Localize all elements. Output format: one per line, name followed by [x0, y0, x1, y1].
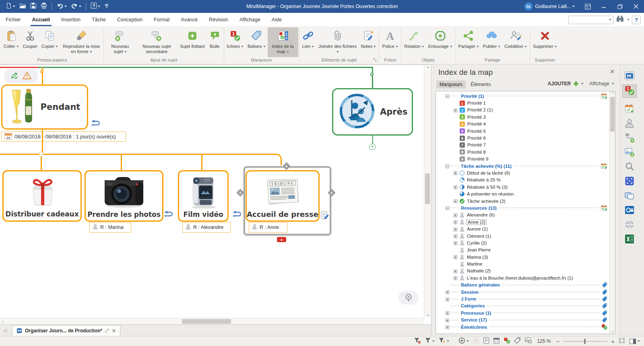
power-filter-calendar-icon[interactable]: [601, 205, 607, 211]
marker-item-label[interactable]: Priorité 8: [467, 150, 486, 154]
web-pane-button[interactable]: [622, 218, 637, 232]
slides-view-button[interactable]: [524, 337, 532, 345]
marker-group-label[interactable]: Balises générales: [461, 282, 500, 287]
expand-icon[interactable]: [446, 311, 449, 315]
avatar[interactable]: GL: [524, 2, 533, 10]
tag-icon[interactable]: [602, 310, 607, 316]
expand-icon[interactable]: [454, 276, 457, 280]
tab-close-icon[interactable]: [112, 329, 116, 333]
marker-item-label[interactable]: Martine: [467, 262, 482, 266]
restore-button[interactable]: [612, 0, 628, 13]
resource-box-marina[interactable]: R : Marina: [89, 222, 131, 233]
marker-group-label[interactable]: Catégories: [461, 303, 485, 308]
expand-icon[interactable]: [454, 199, 457, 203]
link-point[interactable]: [40, 70, 43, 73]
topic-pendant[interactable]: Pendant: [1, 84, 88, 130]
power-filter-button[interactable]: [438, 337, 449, 346]
marker-group-label[interactable]: Service (17): [461, 317, 487, 322]
expand-icon[interactable]: [446, 297, 449, 301]
marker-item-label[interactable]: Priorité 7: [467, 142, 486, 147]
warning-icon[interactable]: [22, 71, 32, 81]
task-date-box[interactable]: 24 08/08/2016 - 08/08/2016 : 1 jour(s) o…: [1, 132, 126, 142]
marker-item-row[interactable]: 3Priorité 3: [436, 113, 609, 120]
redo-button[interactable]: [69, 1, 83, 12]
zoom-out-button[interactable]: −: [556, 338, 559, 344]
tree-scrollbar-thumb[interactable]: [610, 97, 615, 132]
vertical-scrollbar[interactable]: ⌃ ⌄: [424, 65, 431, 318]
marker-group-row[interactable]: Service (17): [436, 317, 609, 323]
marker-group-label[interactable]: Priorité (1): [461, 94, 484, 99]
marker-item-label[interactable]: Prioriété 9: [467, 157, 488, 161]
marker-item-row[interactable]: Martine: [436, 260, 609, 267]
notes-icon[interactable]: [320, 211, 329, 222]
marker-group-row[interactable]: Émoticônes: [436, 323, 609, 330]
filter-button[interactable]: [425, 337, 435, 346]
boundary-button[interactable]: Entourage: [426, 27, 454, 57]
marker-group-row[interactable]: Tâche achevée (%) (11): [436, 163, 609, 169]
relationship-icon[interactable]: [231, 210, 242, 220]
topic-apres[interactable]: Après: [332, 88, 413, 136]
marker-group-row[interactable]: Catégories: [436, 303, 609, 309]
add-topic-status-button[interactable]: [458, 337, 469, 346]
user-menu-caret-icon[interactable]: [572, 6, 575, 7]
expand-icon[interactable]: [454, 171, 457, 175]
view-switch-button[interactable]: [580, 0, 596, 13]
help-button[interactable]: ?: [632, 16, 641, 24]
marker-icons-button[interactable]: 1Icônes: [225, 27, 246, 57]
marker-group-label[interactable]: Ressources (13): [461, 206, 497, 210]
zoom-slider-handle[interactable]: [584, 339, 586, 344]
outline-view-button[interactable]: [483, 337, 489, 346]
marker-item-label[interactable]: Priorité 1: [467, 101, 486, 105]
tag-icon[interactable]: [602, 303, 607, 309]
marker-group-label[interactable]: Émoticônes: [461, 325, 487, 330]
expand-icon[interactable]: [454, 213, 457, 217]
task-info-pane-button[interactable]: [622, 103, 637, 116]
expand-icon[interactable]: [454, 220, 457, 224]
marker-item-row[interactable]: Jean Pierre: [436, 247, 609, 253]
outlook-pane-button[interactable]: [622, 204, 637, 217]
marker-group-label[interactable]: Tâche achevée (%) (11): [461, 164, 512, 169]
minimize-button[interactable]: [596, 0, 612, 13]
marker-item-row[interactable]: 1Priorité 1: [436, 99, 609, 106]
tab-aide[interactable]: Aide: [266, 13, 287, 26]
emoticons-icon[interactable]: [601, 324, 607, 330]
marker-group-label[interactable]: J Form: [461, 297, 476, 301]
tags-button[interactable]: Balises: [246, 27, 268, 57]
edit-check-icon[interactable]: [10, 71, 19, 81]
collapse-icon[interactable]: [446, 164, 449, 168]
search-options-caret-icon[interactable]: [627, 19, 630, 21]
marker-item-label[interactable]: Priorité 3: [467, 115, 486, 119]
marker-group-row[interactable]: Ressources (13): [436, 204, 609, 211]
expand-icon[interactable]: [454, 227, 457, 231]
marker-item-row[interactable]: Anne (2): [436, 218, 609, 225]
print-button[interactable]: [39, 1, 49, 12]
add-button[interactable]: AJOUTER: [548, 81, 571, 86]
images-pane-button[interactable]: [622, 146, 637, 159]
customize-toolbar-button[interactable]: [103, 2, 111, 11]
marker-item-row[interactable]: 2Priorité 2 (1): [436, 107, 609, 113]
search-pane-button[interactable]: [622, 161, 637, 174]
font-button[interactable]: APolice: [380, 27, 400, 57]
marker-item-row[interactable]: Réalisée à 50 % (3): [436, 183, 609, 190]
horizontal-scrollbar[interactable]: ‹: [0, 318, 424, 324]
panel-tab-marqueurs[interactable]: Marqueurs: [436, 80, 466, 89]
marker-item-label[interactable]: L'eau à la Bouche (henri.dubois@proactif…: [467, 276, 573, 280]
icon-markers-view-button[interactable]: [504, 337, 510, 346]
panel-layout-button[interactable]: [629, 338, 640, 344]
tab-avance[interactable]: Avancé: [175, 13, 203, 26]
marker-item-row[interactable]: L'eau à la Bouche (henri.dubois@proactif…: [436, 274, 609, 281]
marker-item-row[interactable]: A présenter en réunion: [436, 190, 609, 197]
copy-button[interactable]: Copier: [39, 27, 60, 57]
floating-topic-button[interactable]: Sujet flottant: [178, 27, 206, 57]
add-caret-icon[interactable]: [581, 83, 584, 84]
undo-button[interactable]: [55, 1, 68, 12]
file-explorer-pane-button[interactable]: [622, 189, 637, 203]
expand-icon[interactable]: [454, 185, 457, 189]
coediting-button[interactable]: Coédition: [502, 27, 529, 57]
tab-insertion[interactable]: Insertion: [56, 13, 86, 26]
marker-group-row[interactable]: Session: [436, 288, 609, 295]
zoom-slider[interactable]: [563, 341, 607, 342]
tab-popout-icon[interactable]: [105, 329, 109, 333]
format-painter-button[interactable]: Reproduire la mise en forme: [60, 27, 103, 57]
resource-box-alexandre[interactable]: R : Alexandre: [182, 222, 231, 233]
